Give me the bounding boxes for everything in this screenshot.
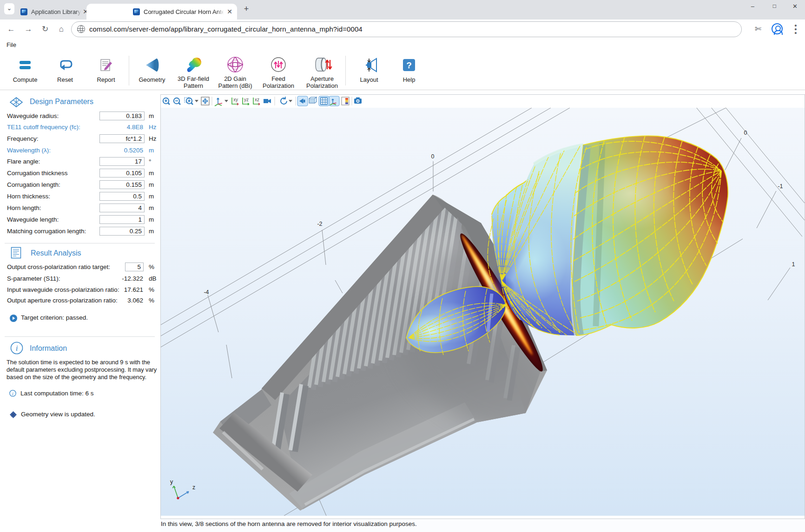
- svg-text:z: z: [192, 484, 195, 491]
- svg-text:xz: xz: [255, 97, 259, 102]
- svg-text:?: ?: [406, 60, 412, 70]
- svg-text:i: i: [16, 344, 18, 353]
- svg-text:yz: yz: [244, 97, 249, 102]
- svg-text:i: i: [12, 391, 13, 396]
- svg-text:-4: -4: [204, 289, 209, 296]
- svg-text:0: 0: [431, 153, 435, 160]
- svg-text:y: y: [170, 479, 173, 485]
- svg-text:xy: xy: [233, 97, 238, 102]
- svg-text:-1: -1: [778, 183, 783, 190]
- svg-text:1: 1: [792, 261, 795, 268]
- svg-text:-2: -2: [317, 221, 322, 227]
- svg-text:0: 0: [744, 130, 747, 136]
